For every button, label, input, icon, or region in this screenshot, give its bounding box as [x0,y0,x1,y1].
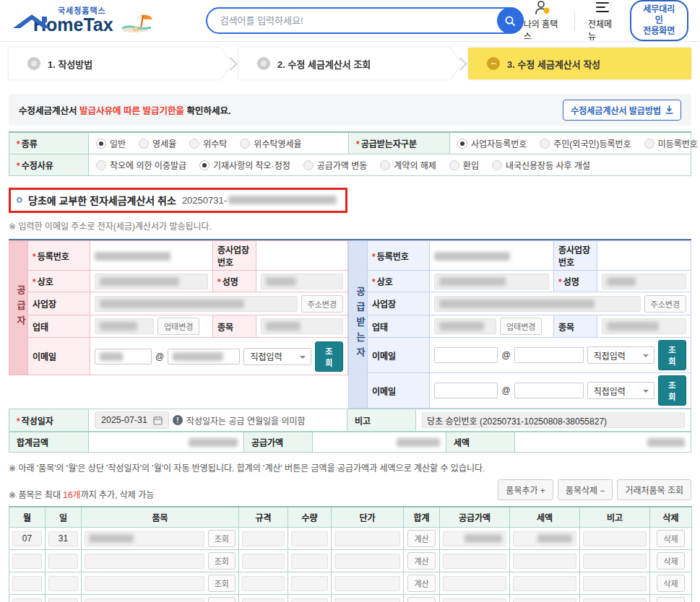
buyer-email2-lookup-button[interactable]: 조회 [658,375,686,406]
radio-reason-contract-cancel[interactable]: 계약의 해제 [380,159,436,171]
radio-resident-regno[interactable]: 주민(외국인)등록번호 [540,137,631,149]
item1-day-input[interactable]: 31 [48,531,78,546]
item3-calc-button[interactable]: 계산 [407,575,435,592]
item3-delete-button[interactable]: 삭제 [657,575,684,592]
radio-icon[interactable] [492,160,502,170]
item1-unit-price-input[interactable] [334,531,400,546]
item1-delete-button[interactable]: 삭제 [657,530,684,547]
radio-icon[interactable] [139,139,149,149]
item3-spec-input[interactable] [242,576,285,591]
item1-qty-input[interactable] [291,531,328,546]
hometax-logo[interactable]: 국세청홈택스 HomeTax [10,7,154,34]
add-item-button[interactable]: 품목추가 + [498,479,553,500]
buyer-email2-id-input[interactable] [434,383,498,398]
item3-qty-input[interactable] [291,576,328,591]
supplier-biztype-change-button[interactable]: 업태변경 [157,318,199,335]
item2-supply-input[interactable] [443,554,506,569]
item4-remark-input[interactable] [583,598,647,602]
item1-spec-input[interactable] [242,531,285,546]
item3-remark-input[interactable] [583,576,647,591]
buyer-email2-domain-input[interactable] [514,383,584,398]
delete-item-button[interactable]: 품목삭제 − [558,479,613,500]
item3-supply-input[interactable] [443,576,506,591]
item1-supply-input[interactable] [443,531,506,546]
radio-icon[interactable] [540,139,550,149]
item2-lookup-button[interactable]: 조회 [208,552,236,570]
item1-calc-button[interactable]: 계산 [407,530,435,547]
supplier-email-domain-input[interactable] [168,349,240,365]
supplier-email-lookup-button[interactable]: 조회 [315,341,343,372]
item2-spec-input[interactable] [242,554,285,569]
item4-day-input[interactable] [48,598,78,602]
buyer-biztype-change-button[interactable]: 업태변경 [500,318,542,335]
item1-month-input[interactable]: 07 [12,531,42,546]
buyer-email1-domain-input[interactable] [514,347,584,363]
item4-unit-price-input[interactable] [334,598,400,602]
radio-type-zero-rate[interactable]: 영세율 [139,137,176,149]
search-input[interactable] [206,7,524,34]
item1-tax-input[interactable] [513,531,576,546]
item4-supply-input[interactable] [443,598,506,602]
item2-calc-button[interactable]: 계산 [407,552,435,570]
item1-lookup-button[interactable]: 조회 [208,530,236,547]
item3-tax-input[interactable] [513,576,576,591]
item1-name-input[interactable] [85,531,204,546]
radio-reason-correction[interactable]: 기재사항의 착오·정정 [199,159,290,171]
radio-reason-lc-open[interactable]: 내국신용장등 사후 개설 [492,159,590,171]
buyer-email1-domain-select[interactable]: 직접입력 [587,346,654,364]
remark-field[interactable]: 당초 승인번호 (20250731-10250808-38055827) [422,412,685,428]
item4-delete-button[interactable]: 삭제 [657,597,684,602]
item4-calc-button[interactable]: 계산 [407,597,435,602]
item4-tax-input[interactable] [513,598,576,602]
radio-icon[interactable] [189,139,199,149]
item4-name-input[interactable] [85,598,204,602]
item2-qty-input[interactable] [291,554,328,569]
radio-reason-value-change[interactable]: 공급가액 변동 [303,159,368,171]
radio-icon[interactable] [449,160,459,170]
item3-unit-price-input[interactable] [334,576,400,591]
radio-type-normal[interactable]: 일반 [96,137,126,149]
item2-tax-input[interactable] [513,554,576,569]
item2-day-input[interactable] [48,554,78,569]
radio-reason-return[interactable]: 환입 [449,159,479,171]
radio-icon[interactable] [457,139,467,149]
radio-icon[interactable] [644,139,654,149]
item2-unit-price-input[interactable] [334,554,400,569]
radio-icon[interactable] [240,139,250,149]
buyer-email1-id-input[interactable] [434,347,498,363]
buyer-email1-lookup-button[interactable]: 조회 [658,340,686,370]
item2-remark-input[interactable] [583,554,647,569]
radio-reason-duplicate[interactable]: 착오에 의한 이중발급 [96,159,186,171]
item3-name-input[interactable] [85,576,204,591]
buyer-subbiz-value[interactable] [597,241,691,271]
radio-business-regno[interactable]: 사업자등록번호 [457,137,527,149]
supplier-address-change-button[interactable]: 주소변경 [301,295,343,313]
item4-lookup-button[interactable]: 조회 [208,597,236,602]
issue-date-input[interactable]: 2025-07-31 [95,411,169,429]
radio-icon[interactable] [380,160,390,170]
item3-month-input[interactable] [12,576,42,591]
item2-delete-button[interactable]: 삭제 [657,552,684,570]
tax-agent-screen-button[interactable]: 세무대리인 전용화면 [630,0,688,41]
item1-remark-input[interactable] [583,531,647,546]
supplier-email-id-input[interactable] [95,349,152,365]
my-hometax-button[interactable]: 나의 홈택스 [524,0,561,42]
all-menu-button[interactable]: 전체메뉴 [588,0,617,42]
item4-month-input[interactable] [12,598,42,602]
radio-type-consignment[interactable]: 위수탁 [189,137,227,149]
supplier-subbiz-value[interactable] [256,241,348,271]
radio-icon[interactable] [303,160,314,170]
item4-spec-input[interactable] [242,598,285,602]
radio-icon[interactable] [96,139,106,149]
item3-day-input[interactable] [48,576,78,591]
partner-items-lookup-button[interactable]: 거래처품목 조회 [617,479,691,500]
item2-name-input[interactable] [85,554,204,569]
buyer-address-change-button[interactable]: 주소변경 [644,295,686,313]
item3-lookup-button[interactable]: 조회 [208,575,236,592]
radio-type-consignment-zero[interactable]: 위수탁영세율 [240,137,301,149]
radio-icon[interactable] [96,160,106,170]
supplier-email-domain-select[interactable]: 직접입력 [243,348,311,365]
radio-icon[interactable] [199,160,209,170]
search-button[interactable] [497,7,524,34]
radio-unregistered[interactable]: 미등록번호 [644,137,698,149]
